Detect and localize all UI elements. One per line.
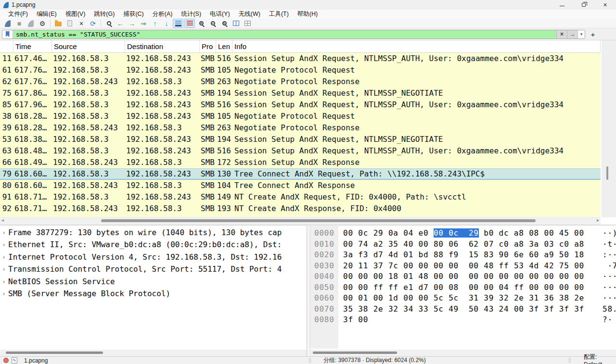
hex-row[interactable]: 000000 0c 29 0a 04 e0 00 0c 29 b0 dc a8 … (310, 228, 616, 239)
column-header-no[interactable] (0, 40, 13, 52)
packet-row[interactable]: 66618.49…192.168.58.243192.168.58.3SMB17… (0, 157, 601, 168)
capture-start-icon[interactable] (2, 19, 13, 28)
packet-row[interactable]: 80618.60…192.168.58.243192.168.58.3SMB10… (0, 180, 601, 191)
detail-tree-item[interactable]: ›Frame 3877279: 130 bytes on wire (1040 … (0, 226, 307, 238)
hex-bytes[interactable]: 00 00 ff ff e1 d7 00 08 00 00 04 ff 00 0… (343, 283, 584, 292)
open-file-icon[interactable] (53, 19, 64, 28)
hex-bytes[interactable]: 35 38 2e 32 34 33 5c 49 50 43 24 00 3f 3… (343, 304, 584, 314)
capture-restart-icon[interactable] (26, 19, 36, 28)
resize-columns-icon[interactable] (231, 19, 241, 28)
hex-bytes[interactable]: 00 0c 29 0a 04 e0 00 0c 29 b0 dc a8 08 0… (343, 228, 584, 238)
packet-row[interactable]: 75617.86…192.168.58.3192.168.58.243SMB19… (0, 88, 601, 99)
hex-row[interactable]: 00203a f3 d7 4d 01 bd 88 f9 15 83 90 6e … (310, 250, 616, 261)
status-profile[interactable]: 配置: Default (584, 353, 616, 364)
hex-row[interactable]: 004000 00 00 18 01 48 00 00 00 00 00 00 … (310, 272, 616, 283)
colorize-icon[interactable] (184, 19, 195, 28)
menu-telephony[interactable]: 电话(Y) (205, 9, 234, 19)
hex-row[interactable]: 007035 38 2e 32 34 33 5c 49 50 43 24 00 … (310, 304, 616, 315)
hex-row[interactable]: 005000 00 ff ff e1 d7 00 08 00 00 04 ff … (310, 283, 616, 294)
save-file-icon[interactable] (64, 19, 75, 28)
column-header-Pro[interactable]: Pro (200, 40, 216, 52)
packet-row[interactable]: 63618.48…192.168.58.3192.168.58.243SMB51… (0, 145, 601, 157)
packet-row[interactable]: 92618.71…192.168.58.243192.168.58.3SMB19… (0, 203, 601, 214)
expand-arrow-icon[interactable]: › (2, 229, 8, 236)
minimize-button[interactable] (551, 0, 573, 10)
go-back-icon[interactable]: ← (115, 19, 126, 28)
expert-info-icon[interactable] (3, 358, 9, 363)
column-header-Info[interactable]: Info (232, 40, 601, 52)
hex-bytes[interactable]: 00 74 a2 35 40 00 80 06 62 07 c0 a8 3a 0… (343, 239, 584, 249)
hex-bytes[interactable]: 3a f3 d7 4d 01 bd 88 f9 15 83 90 6e 60 a… (343, 250, 584, 259)
menu-edit[interactable]: 编辑(E) (32, 9, 61, 19)
detail-tree-item[interactable]: ›Ethernet II, Src: VMware_b0:dc:a8 (00:0… (0, 239, 307, 251)
menu-capture[interactable]: 捕获(C) (119, 9, 148, 19)
packet-row[interactable]: 61617.76…192.168.58.3192.168.58.243SMB10… (0, 64, 601, 76)
zoom-in-icon[interactable]: + (196, 19, 206, 28)
expand-arrow-icon[interactable]: › (2, 278, 8, 285)
packet-row[interactable]: 11617.46…192.168.58.3192.168.58.243SMB51… (0, 53, 601, 64)
expand-arrow-icon[interactable]: › (2, 265, 8, 273)
close-file-icon[interactable]: × (76, 19, 87, 28)
display-filter-input[interactable]: smb.nt_status == "STATUS_SUCCESS" × → ▾ (2, 30, 585, 39)
hex-row[interactable]: 006000 01 00 1d 00 00 5c 5c 31 39 32 2e … (310, 293, 616, 304)
find-icon[interactable] (103, 19, 114, 28)
filter-clear-button[interactable]: × (556, 30, 567, 38)
packet-row[interactable]: 62617.76…192.168.58.243192.168.58.3SMB26… (0, 76, 601, 88)
reload-icon[interactable]: ⟳ (88, 19, 98, 28)
maximize-button[interactable] (573, 0, 594, 10)
details-scroll-thumb[interactable] (6, 351, 103, 354)
details-horizontal-scrollbar[interactable] (0, 350, 307, 356)
column-header-Source[interactable]: Source (52, 40, 125, 52)
hex-bytes[interactable]: 00 01 00 1d 00 00 5c 5c 31 39 32 2e 31 3… (343, 293, 584, 302)
hex-scroll-thumb[interactable] (313, 351, 397, 354)
capture-options-icon[interactable]: ⚙ (37, 19, 48, 28)
capture-comment-icon[interactable]: ✎ (12, 357, 17, 364)
detail-tree-item[interactable]: ›Transmission Control Protocol, Src Port… (0, 264, 307, 276)
scroll-right-icon[interactable]: ▸ (597, 217, 599, 223)
filter-history-dropdown[interactable]: ▾ (578, 30, 585, 38)
packet-row[interactable]: 85617.96…192.168.58.3192.168.58.243SMB51… (0, 99, 601, 111)
filter-apply-button[interactable]: → (567, 30, 578, 38)
menu-file[interactable]: 文件(F) (4, 9, 32, 19)
packet-list-horizontal-scrollbar[interactable]: ◂ ▸ (0, 217, 601, 225)
menu-statistics[interactable]: 统计(S) (177, 9, 205, 19)
detail-tree-item[interactable]: ›SMB (Server Message Block Protocol) (0, 288, 307, 300)
expand-arrow-icon[interactable]: › (2, 290, 8, 297)
zoom-reset-icon[interactable]: = (219, 19, 230, 28)
expand-arrow-icon[interactable]: › (2, 241, 8, 248)
packet-row[interactable]: 91618.71…192.168.58.3192.168.58.243SMB14… (0, 191, 601, 203)
menu-view[interactable]: 视图(V) (61, 9, 90, 19)
expand-arrow-icon[interactable]: › (2, 253, 8, 261)
vertical-scroll-thumb[interactable] (606, 166, 608, 180)
capture-stop-icon[interactable]: ■ (14, 19, 25, 28)
filter-expression[interactable]: smb.nt_status == "STATUS_SUCCESS" (13, 30, 556, 38)
detail-tree-item[interactable]: ›NetBIOS Session Service (0, 276, 307, 288)
menu-help[interactable]: 帮助(H) (293, 9, 322, 19)
column-header-Len[interactable]: Len (216, 40, 232, 52)
go-to-packet-icon[interactable]: ⇒ (138, 19, 149, 28)
auto-scroll-icon[interactable] (173, 19, 183, 28)
columns-icon[interactable] (242, 19, 253, 28)
hex-horizontal-scrollbar[interactable] (310, 350, 616, 356)
menu-analyze[interactable]: 分析(A) (148, 9, 177, 19)
filter-bookmark-button[interactable] (2, 30, 13, 38)
column-header-Time[interactable]: Time (13, 40, 52, 52)
menu-wireless[interactable]: 无线(W) (234, 9, 265, 19)
packet-row[interactable]: 38618.28…192.168.58.3192.168.58.243SMB10… (0, 111, 601, 122)
packet-row[interactable]: 53618.38…192.168.58.3192.168.58.243SMB19… (0, 134, 601, 145)
menu-go[interactable]: 跳转(G) (90, 9, 119, 19)
pane-splitter[interactable] (307, 226, 310, 356)
close-button[interactable]: × (594, 0, 616, 10)
column-header-Destination[interactable]: Destination (125, 40, 200, 52)
packet-row-selected[interactable]: 79618.60…192.168.58.3192.168.58.243SMB13… (0, 168, 601, 180)
hex-bytes[interactable]: 20 11 37 7c 00 00 00 00 00 48 ff 53 4d 4… (343, 261, 584, 270)
hex-row[interactable]: 001000 74 a2 35 40 00 80 06 62 07 c0 a8 … (310, 239, 616, 251)
hex-row[interactable]: 003020 11 37 7c 00 00 00 00 00 48 ff 53 … (310, 261, 616, 272)
detail-tree-item[interactable]: ›Internet Protocol Version 4, Src: 192.1… (0, 251, 307, 263)
zoom-out-icon[interactable]: − (207, 19, 218, 28)
packet-list-vertical-scrollbar[interactable] (601, 40, 616, 217)
hex-bytes[interactable]: 3f 00 (343, 315, 368, 324)
hex-bytes[interactable]: 00 00 00 18 01 48 00 00 00 00 00 00 00 0… (343, 272, 584, 281)
horizontal-scroll-thumb[interactable] (101, 219, 536, 222)
filter-add-button[interactable]: + (588, 30, 598, 39)
